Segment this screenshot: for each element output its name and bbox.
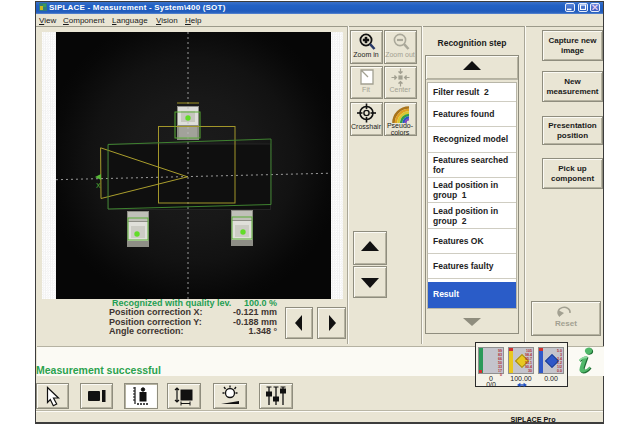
svg-text:X: X xyxy=(96,182,101,189)
